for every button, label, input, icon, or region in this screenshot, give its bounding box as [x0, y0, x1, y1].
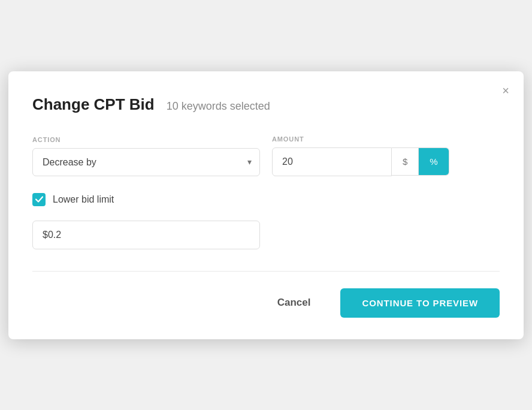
- action-select-wrapper: Decrease by Increase by Set to ▾: [32, 148, 260, 176]
- lower-bid-limit-label[interactable]: Lower bid limit: [53, 194, 114, 205]
- modal-header: Change CPT Bid 10 keywords selected: [32, 95, 500, 114]
- lower-bid-limit-checkbox[interactable]: [32, 193, 46, 206]
- percent-unit-button[interactable]: %: [419, 148, 448, 175]
- action-group: ACTION Decrease by Increase by Set to ▾: [32, 136, 260, 176]
- unit-toggle: $ %: [392, 147, 449, 176]
- modal-container: × Change CPT Bid 10 keywords selected AC…: [8, 71, 524, 339]
- amount-group: AMOUNT $ %: [272, 135, 449, 176]
- checkbox-row: Lower bid limit: [32, 193, 500, 206]
- action-label: ACTION: [32, 136, 260, 143]
- keywords-badge: 10 keywords selected: [167, 100, 270, 113]
- divider: [32, 271, 500, 272]
- modal-title: Change CPT Bid: [32, 95, 155, 114]
- footer-actions: Cancel CONTINUE TO PREVIEW: [32, 288, 500, 318]
- close-button[interactable]: ×: [500, 82, 512, 99]
- form-row: ACTION Decrease by Increase by Set to ▾ …: [32, 135, 500, 176]
- checkmark-icon: [35, 195, 43, 203]
- continue-button[interactable]: CONTINUE TO PREVIEW: [340, 288, 500, 318]
- action-select[interactable]: Decrease by Increase by Set to: [32, 148, 260, 176]
- amount-label: AMOUNT: [272, 135, 449, 143]
- amount-input[interactable]: [272, 147, 392, 176]
- amount-input-row: $ %: [272, 147, 449, 176]
- dollar-unit-button[interactable]: $: [392, 148, 419, 175]
- cancel-button[interactable]: Cancel: [265, 288, 323, 317]
- bid-limit-input[interactable]: [32, 221, 260, 249]
